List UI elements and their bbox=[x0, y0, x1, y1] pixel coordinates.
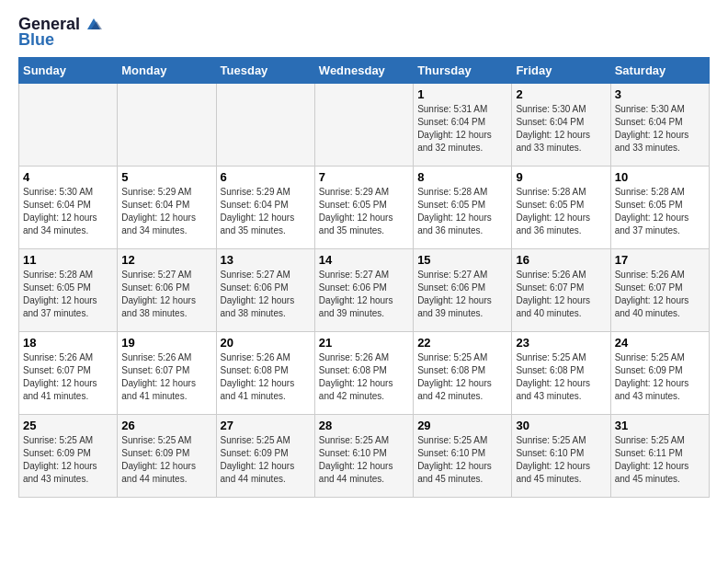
day-cell: 7Sunrise: 5:29 AMSunset: 6:05 PMDaylight… bbox=[314, 167, 413, 249]
day-number: 6 bbox=[221, 170, 311, 184]
day-cell: 17Sunrise: 5:26 AMSunset: 6:07 PMDayligh… bbox=[610, 249, 709, 332]
day-number: 25 bbox=[23, 419, 113, 432]
day-cell: 20Sunrise: 5:26 AMSunset: 6:08 PMDayligh… bbox=[216, 332, 314, 415]
day-number: 15 bbox=[417, 253, 507, 267]
week-row-3: 11Sunrise: 5:28 AMSunset: 6:05 PMDayligh… bbox=[19, 249, 710, 332]
day-info: Sunrise: 5:27 AMSunset: 6:06 PMDaylight:… bbox=[319, 269, 409, 320]
day-number: 14 bbox=[319, 253, 409, 267]
day-cell: 9Sunrise: 5:28 AMSunset: 6:05 PMDaylight… bbox=[512, 167, 610, 249]
day-cell: 12Sunrise: 5:27 AMSunset: 6:06 PMDayligh… bbox=[118, 249, 216, 332]
page-header: General Blue bbox=[18, 15, 710, 50]
day-cell: 1Sunrise: 5:31 AMSunset: 6:04 PMDaylight… bbox=[414, 84, 512, 167]
day-cell: 2Sunrise: 5:30 AMSunset: 6:04 PMDaylight… bbox=[512, 84, 610, 167]
day-cell: 14Sunrise: 5:27 AMSunset: 6:06 PMDayligh… bbox=[314, 249, 413, 332]
day-info: Sunrise: 5:30 AMSunset: 6:04 PMDaylight:… bbox=[23, 186, 113, 237]
day-info: Sunrise: 5:25 AMSunset: 6:10 PMDaylight:… bbox=[516, 434, 606, 486]
logo-icon bbox=[84, 17, 104, 33]
day-info: Sunrise: 5:26 AMSunset: 6:07 PMDaylight:… bbox=[23, 351, 113, 403]
day-number: 30 bbox=[516, 419, 606, 432]
header-day-wednesday: Wednesday bbox=[314, 58, 413, 84]
day-number: 16 bbox=[516, 253, 606, 267]
day-info: Sunrise: 5:26 AMSunset: 6:08 PMDaylight:… bbox=[319, 351, 409, 403]
day-info: Sunrise: 5:25 AMSunset: 6:08 PMDaylight:… bbox=[516, 351, 606, 403]
day-info: Sunrise: 5:25 AMSunset: 6:09 PMDaylight:… bbox=[23, 434, 113, 486]
day-number: 4 bbox=[23, 170, 113, 184]
day-info: Sunrise: 5:29 AMSunset: 6:04 PMDaylight:… bbox=[121, 186, 211, 237]
day-cell: 11Sunrise: 5:28 AMSunset: 6:05 PMDayligh… bbox=[19, 249, 118, 332]
day-cell: 31Sunrise: 5:25 AMSunset: 6:11 PMDayligh… bbox=[610, 415, 709, 498]
day-info: Sunrise: 5:25 AMSunset: 6:09 PMDaylight:… bbox=[615, 351, 705, 403]
day-number: 31 bbox=[615, 419, 705, 432]
day-info: Sunrise: 5:30 AMSunset: 6:04 PMDaylight:… bbox=[516, 103, 606, 155]
day-cell: 3Sunrise: 5:30 AMSunset: 6:04 PMDaylight… bbox=[610, 84, 709, 167]
day-number: 10 bbox=[615, 170, 705, 184]
day-cell: 16Sunrise: 5:26 AMSunset: 6:07 PMDayligh… bbox=[512, 249, 610, 332]
day-number: 19 bbox=[121, 336, 211, 350]
day-info: Sunrise: 5:29 AMSunset: 6:04 PMDaylight:… bbox=[221, 186, 311, 237]
day-info: Sunrise: 5:28 AMSunset: 6:05 PMDaylight:… bbox=[417, 186, 507, 237]
day-cell: 23Sunrise: 5:25 AMSunset: 6:08 PMDayligh… bbox=[512, 332, 610, 415]
day-info: Sunrise: 5:25 AMSunset: 6:08 PMDaylight:… bbox=[417, 351, 507, 403]
day-cell: 5Sunrise: 5:29 AMSunset: 6:04 PMDaylight… bbox=[118, 167, 216, 249]
day-cell: 19Sunrise: 5:26 AMSunset: 6:07 PMDayligh… bbox=[118, 332, 216, 415]
day-number: 28 bbox=[319, 419, 409, 432]
day-cell: 25Sunrise: 5:25 AMSunset: 6:09 PMDayligh… bbox=[19, 415, 118, 498]
day-cell: 6Sunrise: 5:29 AMSunset: 6:04 PMDaylight… bbox=[216, 167, 314, 249]
day-number: 17 bbox=[615, 253, 705, 267]
day-info: Sunrise: 5:27 AMSunset: 6:06 PMDaylight:… bbox=[417, 269, 507, 320]
day-info: Sunrise: 5:27 AMSunset: 6:06 PMDaylight:… bbox=[121, 269, 211, 320]
day-info: Sunrise: 5:28 AMSunset: 6:05 PMDaylight:… bbox=[615, 186, 705, 237]
day-info: Sunrise: 5:31 AMSunset: 6:04 PMDaylight:… bbox=[417, 103, 507, 155]
day-number: 26 bbox=[121, 419, 211, 432]
day-number: 11 bbox=[23, 253, 113, 267]
day-info: Sunrise: 5:25 AMSunset: 6:10 PMDaylight:… bbox=[417, 434, 507, 486]
day-cell: 13Sunrise: 5:27 AMSunset: 6:06 PMDayligh… bbox=[216, 249, 314, 332]
day-number: 1 bbox=[417, 87, 507, 101]
day-info: Sunrise: 5:29 AMSunset: 6:05 PMDaylight:… bbox=[319, 186, 409, 237]
week-row-2: 4Sunrise: 5:30 AMSunset: 6:04 PMDaylight… bbox=[19, 167, 710, 249]
day-cell: 26Sunrise: 5:25 AMSunset: 6:09 PMDayligh… bbox=[118, 415, 216, 498]
header-day-friday: Friday bbox=[512, 58, 610, 84]
day-info: Sunrise: 5:28 AMSunset: 6:05 PMDaylight:… bbox=[516, 186, 606, 237]
day-info: Sunrise: 5:25 AMSunset: 6:09 PMDaylight:… bbox=[121, 434, 211, 486]
day-info: Sunrise: 5:25 AMSunset: 6:11 PMDaylight:… bbox=[615, 434, 705, 486]
day-info: Sunrise: 5:26 AMSunset: 6:07 PMDaylight:… bbox=[615, 269, 705, 320]
day-cell: 29Sunrise: 5:25 AMSunset: 6:10 PMDayligh… bbox=[414, 415, 512, 498]
header-day-saturday: Saturday bbox=[610, 58, 709, 84]
day-info: Sunrise: 5:30 AMSunset: 6:04 PMDaylight:… bbox=[615, 103, 705, 155]
day-number: 29 bbox=[417, 419, 507, 432]
week-row-1: 1Sunrise: 5:31 AMSunset: 6:04 PMDaylight… bbox=[19, 84, 710, 167]
day-cell bbox=[118, 84, 216, 167]
header-day-thursday: Thursday bbox=[414, 58, 512, 84]
day-number: 13 bbox=[221, 253, 311, 267]
day-info: Sunrise: 5:26 AMSunset: 6:08 PMDaylight:… bbox=[221, 351, 311, 403]
day-number: 20 bbox=[221, 336, 311, 350]
day-number: 27 bbox=[221, 419, 311, 432]
day-number: 2 bbox=[516, 87, 606, 101]
day-cell bbox=[19, 84, 118, 167]
day-number: 23 bbox=[516, 336, 606, 350]
day-number: 18 bbox=[23, 336, 113, 350]
day-info: Sunrise: 5:26 AMSunset: 6:07 PMDaylight:… bbox=[516, 269, 606, 320]
day-info: Sunrise: 5:25 AMSunset: 6:10 PMDaylight:… bbox=[319, 434, 409, 486]
day-info: Sunrise: 5:25 AMSunset: 6:09 PMDaylight:… bbox=[221, 434, 311, 486]
day-number: 24 bbox=[615, 336, 705, 350]
day-info: Sunrise: 5:26 AMSunset: 6:07 PMDaylight:… bbox=[121, 351, 211, 403]
day-info: Sunrise: 5:28 AMSunset: 6:05 PMDaylight:… bbox=[23, 269, 113, 320]
day-number: 5 bbox=[121, 170, 211, 184]
day-number: 8 bbox=[417, 170, 507, 184]
header-day-sunday: Sunday bbox=[19, 58, 118, 84]
day-number: 9 bbox=[516, 170, 606, 184]
day-cell bbox=[314, 84, 413, 167]
header-day-monday: Monday bbox=[118, 58, 216, 84]
day-cell bbox=[216, 84, 314, 167]
day-cell: 15Sunrise: 5:27 AMSunset: 6:06 PMDayligh… bbox=[414, 249, 512, 332]
day-number: 3 bbox=[615, 87, 705, 101]
day-number: 22 bbox=[417, 336, 507, 350]
day-cell: 22Sunrise: 5:25 AMSunset: 6:08 PMDayligh… bbox=[414, 332, 512, 415]
day-cell: 24Sunrise: 5:25 AMSunset: 6:09 PMDayligh… bbox=[610, 332, 709, 415]
day-cell: 27Sunrise: 5:25 AMSunset: 6:09 PMDayligh… bbox=[216, 415, 314, 498]
day-number: 21 bbox=[319, 336, 409, 350]
logo-blue: Blue bbox=[18, 30, 54, 50]
header-row: SundayMondayTuesdayWednesdayThursdayFrid… bbox=[19, 58, 710, 84]
